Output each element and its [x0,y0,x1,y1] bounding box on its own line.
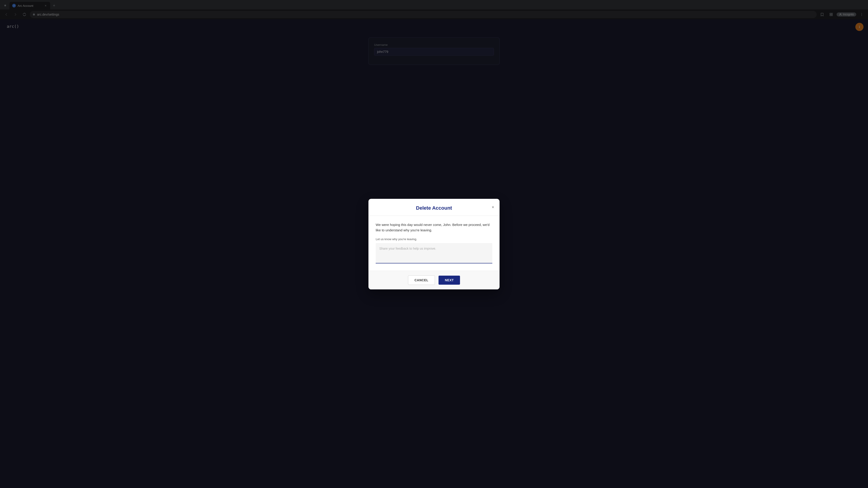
modal-title: Delete Account [416,205,452,211]
modal-body: We were hoping this day would never come… [368,216,500,271]
next-button[interactable]: NEXT [438,275,460,285]
modal-header: Delete Account × [368,199,500,216]
modal-overlay[interactable]: Delete Account × We were hoping this day… [0,0,868,488]
delete-account-modal: Delete Account × We were hoping this day… [368,199,500,289]
cancel-button[interactable]: CANCEL [408,275,435,285]
feedback-textarea[interactable] [376,243,492,263]
modal-subtitle: Let us know why you're leaving. [376,237,492,241]
modal-description: We were hoping this day would never come… [376,222,492,233]
modal-close-button[interactable]: × [491,204,495,210]
modal-footer: CANCEL NEXT [368,271,500,289]
